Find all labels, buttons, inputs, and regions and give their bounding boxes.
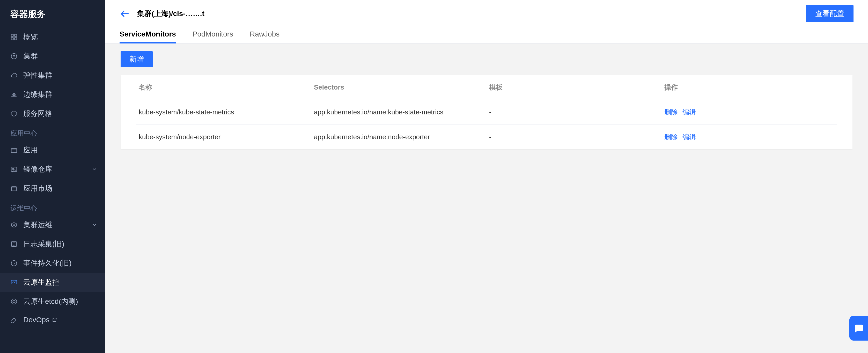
svg-rect-2 <box>11 37 13 40</box>
sidebar-item-etcd[interactable]: 云原生etcd(内测) <box>0 292 105 311</box>
column-header: 名称 <box>136 75 311 100</box>
sidebar-title: 容器服务 <box>0 0 105 27</box>
app-icon <box>10 147 18 154</box>
target-icon <box>10 53 18 60</box>
svg-rect-11 <box>12 187 17 191</box>
cell-actions: 删除编辑 <box>662 125 837 150</box>
svg-point-6 <box>13 94 15 96</box>
cell-selectors: app.kubernetes.io/name:kube-state-metric… <box>311 100 487 125</box>
chevron-down-icon <box>92 166 97 172</box>
event-icon <box>10 260 18 267</box>
sidebar-item-edge[interactable]: 边缘集群 <box>0 85 105 104</box>
breadcrumb: 集群(上海)/cls-…….t <box>137 9 205 19</box>
delete-link[interactable]: 删除 <box>664 108 678 116</box>
sidebar-item-cloud[interactable]: 弹性集群 <box>0 66 105 85</box>
edge-icon <box>10 91 18 98</box>
sidebar: 容器服务 概览集群弹性集群边缘集群服务网格应用中心应用镜像仓库应用市场运维中心集… <box>0 0 105 353</box>
sidebar-item-monitor[interactable]: 云原生监控 <box>0 273 105 292</box>
cell-template: - <box>487 100 662 125</box>
svg-rect-1 <box>14 34 17 36</box>
sidebar-item-label: 日志采集(旧) <box>23 239 64 249</box>
chat-icon <box>854 323 864 333</box>
svg-point-10 <box>12 168 14 170</box>
cell-selectors: app.kubernetes.io/name:node-exporter <box>311 125 487 150</box>
cell-actions: 删除编辑 <box>662 100 837 125</box>
tabs-nav: ServiceMonitorsPodMonitorsRawJobs <box>105 22 868 43</box>
cloud-icon <box>10 72 18 79</box>
mesh-icon <box>10 110 18 117</box>
sidebar-item-log[interactable]: 日志采集(旧) <box>0 234 105 254</box>
top-bar: 集群(上海)/cls-…….t 查看配置 <box>105 0 868 22</box>
column-header: Selectors <box>311 75 487 100</box>
sidebar-item-label: 边缘集群 <box>23 90 52 99</box>
monitor-icon <box>10 279 18 286</box>
ops-icon <box>10 221 18 228</box>
sidebar-item-market[interactable]: 应用市场 <box>0 179 105 198</box>
sidebar-item-label: 云原生监控 <box>23 278 60 287</box>
sidebar-item-label: 集群 <box>23 51 38 61</box>
sidebar-item-label: 云原生etcd(内测) <box>23 297 78 307</box>
delete-link[interactable]: 删除 <box>664 133 678 141</box>
sidebar-item-ops[interactable]: 集群运维 <box>0 215 105 234</box>
svg-point-5 <box>13 55 15 57</box>
sidebar-item-label: 镜像仓库 <box>23 164 52 174</box>
svg-point-13 <box>13 224 15 226</box>
sidebar-item-grid[interactable]: 概览 <box>0 27 105 46</box>
cell-template: - <box>487 125 662 150</box>
cell-name: kube-system/node-exporter <box>136 125 311 150</box>
market-icon <box>10 185 18 192</box>
svg-marker-12 <box>12 223 17 227</box>
external-link-icon <box>52 317 57 322</box>
chevron-down-icon <box>92 222 97 228</box>
sidebar-group-label: 运维中心 <box>0 198 105 215</box>
column-header: 操作 <box>662 75 837 100</box>
edit-link[interactable]: 编辑 <box>682 108 696 116</box>
sidebar-item-label: 服务网格 <box>23 109 52 119</box>
svg-rect-0 <box>11 34 13 36</box>
sidebar-item-target[interactable]: 集群 <box>0 46 105 66</box>
sidebar-item-label: DevOps <box>23 316 50 324</box>
svg-rect-3 <box>14 37 17 40</box>
content-area: 新增 名称Selectors模板操作 kube-system/kube-stat… <box>105 43 868 353</box>
sidebar-item-label: 事件持久化(旧) <box>23 258 72 268</box>
sidebar-item-mesh[interactable]: 服务网格 <box>0 104 105 123</box>
add-button[interactable]: 新增 <box>121 51 153 67</box>
service-monitors-table: 名称Selectors模板操作 kube-system/kube-state-m… <box>136 75 837 149</box>
main-content: 集群(上海)/cls-…….t 查看配置 ServiceMonitorsPodM… <box>105 0 868 353</box>
cell-name: kube-system/kube-state-metrics <box>136 100 311 125</box>
sidebar-group-label: 应用中心 <box>0 123 105 140</box>
svg-point-4 <box>11 54 17 59</box>
grid-icon <box>10 33 18 41</box>
sidebar-item-app[interactable]: 应用 <box>0 140 105 160</box>
sidebar-item-label: 弹性集群 <box>23 70 52 80</box>
tab-servicemonitors[interactable]: ServiceMonitors <box>120 30 176 43</box>
svg-point-17 <box>11 299 17 304</box>
log-icon <box>10 240 18 248</box>
svg-rect-8 <box>11 149 17 153</box>
view-config-button[interactable]: 查看配置 <box>806 5 854 22</box>
sidebar-item-label: 集群运维 <box>23 220 52 230</box>
sidebar-item-label: 应用 <box>23 145 38 155</box>
table-row: kube-system/node-exporterapp.kubernetes.… <box>136 125 837 150</box>
sidebar-item-label: 概览 <box>23 32 38 42</box>
tab-rawjobs[interactable]: RawJobs <box>250 30 279 43</box>
sidebar-item-image[interactable]: 镜像仓库 <box>0 160 105 179</box>
sidebar-item-event[interactable]: 事件持久化(旧) <box>0 254 105 273</box>
table-card: 名称Selectors模板操作 kube-system/kube-state-m… <box>121 75 852 149</box>
table-row: kube-system/kube-state-metricsapp.kubern… <box>136 100 837 125</box>
column-header: 模板 <box>487 75 662 100</box>
back-button[interactable] <box>120 8 130 19</box>
svg-marker-7 <box>11 111 17 117</box>
devops-icon <box>10 316 18 323</box>
sidebar-item-devops[interactable]: DevOps <box>0 311 105 329</box>
feedback-fab[interactable] <box>849 316 868 341</box>
sidebar-item-label: 应用市场 <box>23 184 52 193</box>
etcd-icon <box>10 298 18 305</box>
edit-link[interactable]: 编辑 <box>682 133 696 141</box>
tab-podmonitors[interactable]: PodMonitors <box>192 30 233 43</box>
image-icon <box>10 166 18 173</box>
